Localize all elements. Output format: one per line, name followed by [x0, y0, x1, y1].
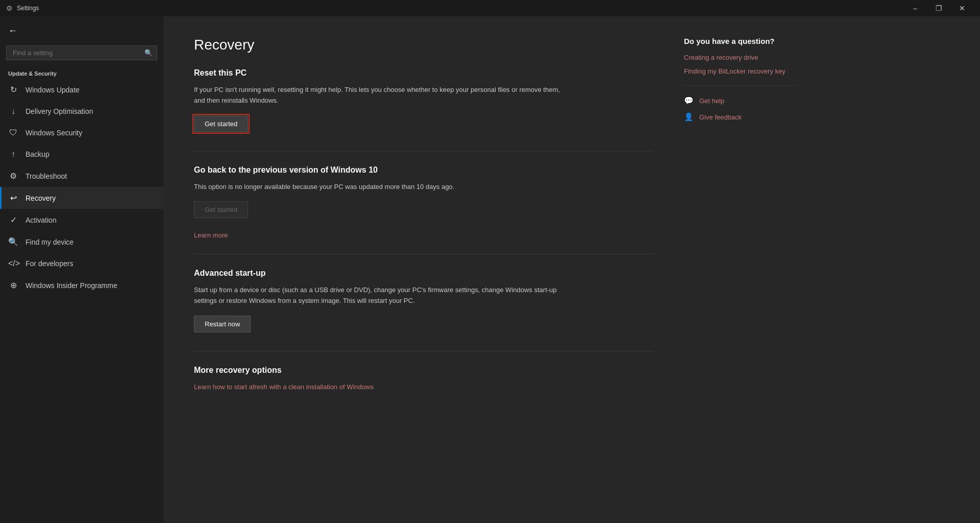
reset-pc-description: If your PC isn't running well, resetting…: [194, 85, 561, 106]
give-feedback-action[interactable]: 👤 Give feedback: [684, 112, 796, 122]
sidebar-item-label-delivery-optimisation: Delivery Optimisation: [26, 107, 93, 115]
divider-3: [194, 351, 653, 351]
go-back-section: Go back to the previous version of Windo…: [194, 165, 653, 240]
sidebar-item-label-windows-update: Windows Update: [26, 86, 80, 94]
help-panel-title: Do you have a question?: [684, 37, 796, 45]
sidebar-item-windows-security[interactable]: 🛡 Windows Security: [0, 122, 163, 144]
page-title: Recovery: [194, 37, 653, 53]
window-controls: – ❐ ✕: [903, 0, 974, 16]
reset-pc-title: Reset this PC: [194, 68, 653, 78]
minimize-button[interactable]: –: [903, 0, 927, 16]
go-back-description: This option is no longer available becau…: [194, 182, 561, 193]
back-button[interactable]: ←: [0, 20, 163, 41]
backup-icon: ↑: [8, 150, 18, 159]
sidebar-section-label: Update & Security: [0, 64, 163, 79]
content-area: Recovery Reset this PC If your PC isn't …: [163, 16, 980, 523]
more-recovery-options-section: More recovery options Learn how to start…: [194, 366, 653, 391]
sidebar-item-label-find-my-device: Find my device: [26, 238, 74, 246]
sidebar-item-for-developers[interactable]: </> For developers: [0, 253, 163, 274]
for-developers-icon: </>: [8, 259, 18, 268]
reset-pc-section: Reset this PC If your PC isn't running w…: [194, 68, 653, 136]
activation-icon: ✓: [8, 215, 18, 225]
divider-2: [194, 254, 653, 254]
help-divider: [684, 85, 796, 86]
app-body: ← 🔍 Update & Security ↻ Windows Update ↓…: [0, 16, 980, 523]
windows-security-icon: 🛡: [8, 128, 18, 137]
sidebar-item-windows-update[interactable]: ↻ Windows Update: [0, 79, 163, 101]
title-bar: ⚙ Settings – ❐ ✕: [0, 0, 980, 16]
content-main: Recovery Reset this PC If your PC isn't …: [194, 37, 653, 503]
sidebar-item-recovery[interactable]: ↩ Recovery: [0, 187, 163, 209]
windows-insider-icon: ⊕: [8, 280, 18, 290]
maximize-button[interactable]: ❐: [927, 0, 950, 16]
get-help-icon: 💬: [684, 96, 695, 105]
clean-install-link[interactable]: Learn how to start afresh with a clean i…: [194, 383, 374, 391]
give-feedback-label: Give feedback: [699, 113, 742, 121]
title-bar-text: Settings: [17, 5, 903, 12]
search-box[interactable]: 🔍: [6, 45, 157, 60]
advanced-startup-title: Advanced start-up: [194, 269, 653, 278]
search-icon: 🔍: [144, 49, 153, 57]
back-arrow-icon: ←: [8, 26, 17, 36]
finding-bitlocker-key-link[interactable]: Finding my BitLocker recovery key: [684, 67, 796, 75]
windows-update-icon: ↻: [8, 85, 18, 94]
go-back-title: Go back to the previous version of Windo…: [194, 165, 653, 175]
sidebar-item-find-my-device[interactable]: 🔍 Find my device: [0, 231, 163, 253]
search-input[interactable]: [11, 48, 144, 58]
sidebar-item-activation[interactable]: ✓ Activation: [0, 209, 163, 231]
sidebar-item-label-troubleshoot: Troubleshoot: [26, 172, 67, 180]
sidebar-item-label-windows-insider-programme: Windows Insider Programme: [26, 281, 117, 290]
help-panel: Do you have a question? Creating a recov…: [653, 37, 796, 503]
divider-1: [194, 151, 653, 151]
sidebar-item-label-activation: Activation: [26, 216, 57, 224]
get-help-action[interactable]: 💬 Get help: [684, 96, 796, 105]
go-back-learn-more-link[interactable]: Learn more: [194, 231, 228, 239]
advanced-startup-description: Start up from a device or disc (such as …: [194, 285, 561, 306]
get-help-label: Get help: [699, 97, 724, 105]
settings-app-icon: ⚙: [6, 4, 13, 12]
restart-now-button[interactable]: Restart now: [194, 316, 251, 332]
troubleshoot-icon: ⚙: [8, 171, 18, 181]
recovery-icon: ↩: [8, 193, 18, 203]
sidebar-item-label-windows-security: Windows Security: [26, 129, 82, 137]
delivery-optimisation-icon: ↓: [8, 107, 18, 116]
sidebar-item-label-backup: Backup: [26, 150, 50, 158]
more-recovery-options-title: More recovery options: [194, 366, 653, 375]
sidebar-item-windows-insider-programme[interactable]: ⊕ Windows Insider Programme: [0, 274, 163, 296]
sidebar-item-backup[interactable]: ↑ Backup: [0, 144, 163, 165]
creating-recovery-drive-link[interactable]: Creating a recovery drive: [684, 54, 796, 61]
give-feedback-icon: 👤: [684, 112, 695, 122]
find-my-device-icon: 🔍: [8, 237, 18, 247]
sidebar: ← 🔍 Update & Security ↻ Windows Update ↓…: [0, 16, 163, 523]
go-back-get-started-button: Get started: [194, 201, 248, 218]
advanced-startup-section: Advanced start-up Start up from a device…: [194, 269, 653, 337]
sidebar-item-troubleshoot[interactable]: ⚙ Troubleshoot: [0, 165, 163, 187]
sidebar-item-label-for-developers: For developers: [26, 259, 73, 268]
reset-pc-get-started-button[interactable]: Get started: [194, 115, 248, 132]
sidebar-item-label-recovery: Recovery: [26, 194, 56, 202]
sidebar-item-delivery-optimisation[interactable]: ↓ Delivery Optimisation: [0, 101, 163, 122]
close-button[interactable]: ✕: [950, 0, 974, 16]
